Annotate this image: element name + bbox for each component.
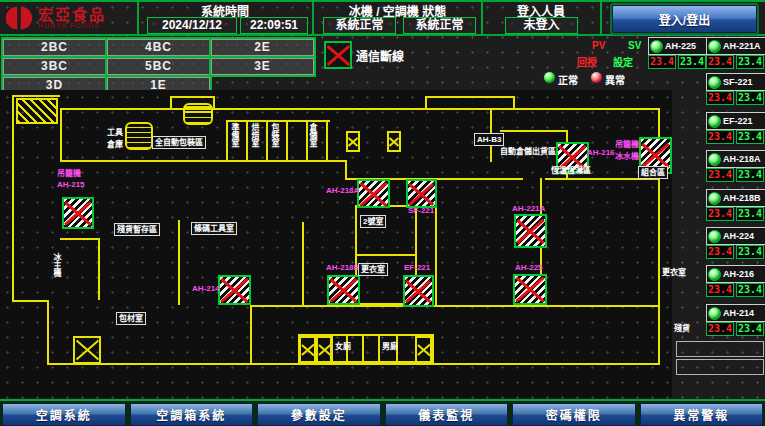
- unit-name: AH-218A: [723, 154, 761, 164]
- unit-status-sf-221[interactable]: SF-221: [706, 73, 765, 91]
- pv-value-ah-221a: 23.4: [706, 55, 734, 69]
- status-led-icon: [708, 115, 721, 128]
- chiller-status: 系統正常: [323, 17, 396, 34]
- unit-label-吊籠機: 吊籠機: [57, 169, 81, 178]
- elevator-icon: [316, 336, 333, 363]
- unit-label-AH-214: AH-214: [192, 284, 220, 293]
- room-label-殘貨: 殘貨: [674, 324, 690, 333]
- login-logout-button[interactable]: 登入/登出: [612, 5, 757, 33]
- unit-marker-ah-215[interactable]: [62, 197, 94, 229]
- pv-label: PV: [592, 40, 605, 51]
- room-label-女廁: 女廁: [335, 342, 351, 351]
- unit-label-EF-221: EF-221: [404, 263, 430, 272]
- room-label-更衣室: 更衣室: [662, 268, 686, 277]
- unit-marker-ah-218a[interactable]: [357, 179, 390, 208]
- room-label-男廁: 男廁: [382, 342, 398, 351]
- floor-button-2e[interactable]: 2E: [211, 39, 314, 56]
- menu-button-參數設定[interactable]: 參數設定: [257, 403, 381, 426]
- pv-value-ah-218b: 23.4: [706, 207, 734, 221]
- status-led-icon: [708, 268, 721, 281]
- room-label-殘貨暫存區: 殘貨暫存區: [114, 223, 160, 236]
- unit-status-ah-218b[interactable]: AH-218B: [706, 189, 765, 207]
- elevator-icon: [346, 131, 360, 152]
- comm-loss-label: 通信斷線: [356, 47, 404, 64]
- room-label-AH-B3: AH-B3: [474, 133, 504, 146]
- menu-button-儀表監視[interactable]: 儀表監視: [385, 403, 509, 426]
- logo-subtitle: HUNYA FOODS: [38, 22, 106, 29]
- pv-value-ah-216: 23.4: [706, 283, 734, 297]
- unit-marker-ah-221a[interactable]: [514, 214, 547, 248]
- stairs-icon: [125, 122, 153, 150]
- unit-name: AH-224: [723, 231, 754, 241]
- normal-label: 正常: [558, 72, 578, 87]
- sv-value-ah-214: 23.4: [736, 322, 764, 336]
- unit-marker-ah-225[interactable]: [513, 274, 547, 305]
- unit-status-ah-221a[interactable]: AH-221A: [706, 37, 765, 55]
- date-value: 2024/12/12: [147, 17, 237, 34]
- floor-button-3bc[interactable]: 3BC: [3, 58, 106, 75]
- menu-button-密碼權限[interactable]: 密碼權限: [512, 403, 636, 426]
- unit-status-ah-218a[interactable]: AH-218A: [706, 150, 765, 168]
- pv-value-ah-218a: 23.4: [706, 168, 734, 182]
- bottom-menu: 空調系統空調箱系統參數設定儀表監視密碼權限異常警報: [0, 399, 765, 426]
- status-led-icon: [708, 192, 721, 205]
- room-label-工具: 工具: [107, 128, 123, 137]
- header-sep-3: [481, 0, 483, 35]
- unit-label-吊籠機: 吊籠機: [615, 140, 639, 149]
- room-label-組合區: 組合區: [638, 166, 668, 179]
- floor-button-2bc[interactable]: 2BC: [3, 39, 106, 56]
- empty-unit-slot: [676, 341, 764, 357]
- sv-value-ah-221a: 23.4: [736, 55, 764, 69]
- pv-value-ah-214: 23.4: [706, 322, 734, 336]
- unit-label-冰水機: 冰水機: [615, 152, 639, 161]
- elevator-icon: [73, 336, 101, 364]
- sv-value-ah-225: 23.4: [678, 55, 706, 69]
- unit-marker-ah-218b[interactable]: [327, 275, 360, 305]
- unit-name: SF-221: [723, 77, 753, 87]
- menu-button-空調系統[interactable]: 空調系統: [2, 403, 126, 426]
- feedback-label: 回授: [577, 54, 597, 69]
- status-led-icon: [708, 40, 721, 53]
- room-label-烘焙室: 烘焙室: [250, 123, 259, 147]
- room-label-條碼工具室: 條碼工具室: [191, 222, 237, 235]
- ahu-status: 系統正常: [403, 17, 476, 34]
- room-label-倉儲室: 倉儲室: [308, 123, 317, 147]
- menu-button-異常警報[interactable]: 異常警報: [640, 403, 764, 426]
- room-label-倉庫: 倉庫: [107, 140, 123, 149]
- unit-marker-sf-221[interactable]: [406, 179, 437, 208]
- room-label-恆溫恆濕區: 恆溫恆濕區: [551, 166, 591, 175]
- pv-value-ah-224: 23.4: [706, 245, 734, 259]
- empty-unit-slot: [676, 359, 764, 375]
- logo-icon: [4, 4, 34, 32]
- room-label-包裝室: 包裝室: [270, 123, 279, 147]
- unit-status-ah-214[interactable]: AH-214: [706, 304, 765, 322]
- status-led-icon: [708, 230, 721, 243]
- logo: 宏亞食品 HUNYA FOODS: [4, 3, 136, 33]
- logo-title: 宏亞食品: [38, 7, 106, 22]
- unit-status-ah-225[interactable]: AH-225: [648, 37, 708, 55]
- floor-button-3e[interactable]: 3E: [211, 58, 314, 75]
- time-value: 22:09:51: [240, 17, 308, 34]
- unit-status-ah-224[interactable]: AH-224: [706, 227, 765, 245]
- unit-marker-ah-214[interactable]: [218, 275, 251, 305]
- room-label-包材室: 包材室: [116, 312, 146, 325]
- unit-status-ef-221[interactable]: EF-221: [706, 112, 765, 130]
- floor-button-5bc[interactable]: 5BC: [107, 58, 210, 75]
- status-led-icon: [708, 76, 721, 89]
- floor-button-4bc[interactable]: 4BC: [107, 39, 210, 56]
- unit-label-AH-218A: AH-218A: [326, 186, 359, 195]
- hmi-screen: 宏亞食品 HUNYA FOODS 系統時間 2024/12/12 22:09:5…: [0, 0, 765, 426]
- unit-name: AH-214: [723, 308, 754, 318]
- setpoint-label: 設定: [613, 54, 633, 69]
- unit-marker-ef-221[interactable]: [403, 275, 434, 307]
- unit-name: AH-221A: [723, 41, 761, 51]
- unit-name: AH-225: [665, 41, 696, 51]
- unit-label-AH-225: AH-225: [515, 263, 543, 272]
- unit-status-ah-216[interactable]: AH-216: [706, 265, 765, 283]
- unit-label-AH-215: AH-215: [57, 180, 85, 189]
- led-abnormal-icon: [590, 71, 603, 84]
- stairs-icon: [183, 103, 213, 125]
- unit-name: AH-216: [723, 269, 754, 279]
- room-label-自動倉儲出貨區: 自動倉儲出貨區: [500, 147, 556, 156]
- menu-button-空調箱系統[interactable]: 空調箱系統: [130, 403, 254, 426]
